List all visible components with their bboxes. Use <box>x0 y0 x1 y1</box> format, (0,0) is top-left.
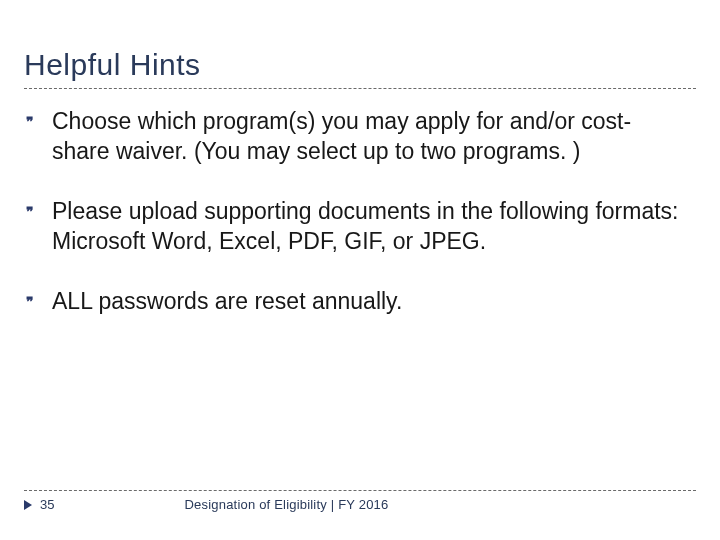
bullet-icon: ❞ <box>26 197 48 227</box>
bullet-icon: ❞ <box>26 287 48 317</box>
page-number: 35 <box>40 497 54 512</box>
bullet-text: Please upload supporting documents in th… <box>48 197 696 257</box>
page-title: Helpful Hints <box>24 48 696 88</box>
footer-row: 35 Designation of Eligibility | FY 2016 <box>24 497 696 512</box>
list-item: ❞ Choose which program(s) you may apply … <box>26 107 696 167</box>
title-divider <box>24 88 696 89</box>
play-icon <box>24 500 32 510</box>
bullet-icon: ❞ <box>26 107 48 137</box>
bullet-text: Choose which program(s) you may apply fo… <box>48 107 696 167</box>
footer-divider <box>24 490 696 491</box>
slide: Helpful Hints ❞ Choose which program(s) … <box>0 0 720 540</box>
list-item: ❞ ALL passwords are reset annually. <box>26 287 696 317</box>
bullet-text: ALL passwords are reset annually. <box>48 287 410 317</box>
footer-caption: Designation of Eligibility | FY 2016 <box>184 497 388 512</box>
bullet-list: ❞ Choose which program(s) you may apply … <box>24 107 696 317</box>
list-item: ❞ Please upload supporting documents in … <box>26 197 696 257</box>
footer: 35 Designation of Eligibility | FY 2016 <box>24 490 696 512</box>
